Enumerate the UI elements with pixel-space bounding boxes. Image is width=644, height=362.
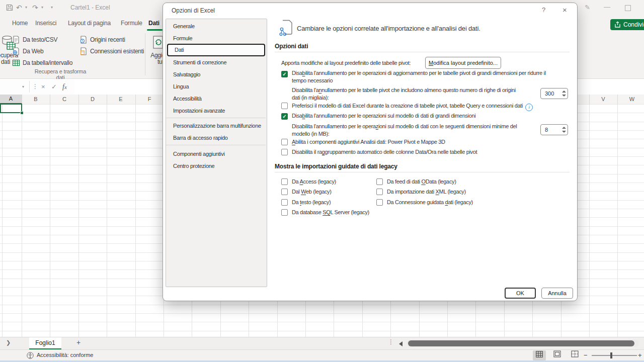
tab-layout-di-pagina[interactable]: Layout di pagina (68, 15, 111, 31)
sheet-tab-foglio1[interactable]: Foglio1 (29, 337, 61, 350)
view-normal-button[interactable] (533, 350, 546, 360)
nav-item-accessibilita[interactable]: Accessibilità (167, 93, 265, 105)
fx-icon[interactable]: fx (62, 79, 67, 95)
tab-inserisci[interactable]: Inserisci (35, 15, 56, 31)
selected-cell-a1[interactable] (0, 104, 22, 113)
dialog-close-icon[interactable]: × (562, 6, 567, 14)
column-header[interactable]: V (589, 95, 617, 104)
pivot-rows-spinner[interactable]: 300 (540, 88, 568, 99)
nav-item-impostazioni-avanzate[interactable]: Impostazioni avanzate (167, 105, 265, 117)
tab-home[interactable]: Home (12, 15, 28, 31)
from-table-range-button[interactable]: Da tabella/intervallo (12, 59, 20, 69)
name-box-dropdown-icon[interactable]: ▾ (22, 79, 24, 95)
spinner-up-icon[interactable] (562, 90, 566, 93)
nav-item-componenti-aggiuntivi[interactable]: Componenti aggiuntivi (167, 148, 265, 160)
cancel-entry-icon[interactable]: × (41, 79, 45, 95)
checkbox-da-feed-odata-label[interactable]: Da feed di dati OData (legacy) (387, 178, 456, 186)
checkbox-prefer-data-model[interactable] (281, 103, 288, 109)
zoom-in-button[interactable]: + (638, 351, 642, 359)
column-header[interactable]: D (78, 95, 107, 104)
checkbox-da-testo[interactable] (281, 199, 288, 206)
zoom-slider-thumb[interactable] (610, 352, 612, 358)
name-box[interactable]: ▾ (0, 79, 29, 95)
checkbox-disable-undo-refresh[interactable]: ✓ (281, 71, 288, 77)
checkbox-da-sql-server-label[interactable]: Da database SQL Server (legacy) (292, 209, 369, 216)
checkbox-da-access-label[interactable]: Da Access (legacy) (292, 178, 336, 186)
tab-scroll-splitter-icon[interactable]: ⋮ (388, 338, 394, 345)
nav-item-centro-protezione[interactable]: Centro protezione (167, 160, 265, 172)
nav-item-strumenti-di-correzione[interactable]: Strumenti di correzione (167, 56, 265, 68)
spinner-down-icon[interactable] (562, 131, 566, 133)
formula-bar-handle-icon[interactable]: ⋮ (32, 79, 38, 95)
nav-item-barra-accesso-rapido[interactable]: Barra di accesso rapido (167, 132, 265, 144)
checkbox-enable-addins[interactable] (281, 139, 288, 145)
nav-item-formule[interactable]: Formule (167, 32, 265, 44)
cancel-button[interactable]: Annulla (541, 288, 573, 299)
checkbox-da-importazione-xml-label[interactable]: Da importazione dati XML (legacy) (387, 188, 466, 196)
zoom-out-button[interactable]: − (584, 351, 588, 359)
restore-icon[interactable] (625, 5, 631, 11)
checkbox-dal-web[interactable] (281, 189, 288, 195)
redo-icon[interactable]: ↷ (32, 0, 38, 15)
modify-default-layout-button[interactable]: Modifica layout predefinito... (425, 57, 501, 69)
existing-connections-button[interactable]: Connessioni esistenti (79, 47, 88, 57)
save-icon[interactable] (6, 4, 13, 13)
checkbox-disable-undo-model[interactable]: ✓ (281, 113, 288, 120)
scroll-left-arrow-icon[interactable] (399, 341, 403, 346)
model-size-value[interactable]: 8 (541, 125, 568, 135)
model-size-spinner[interactable]: 8 (540, 124, 568, 135)
undo-icon[interactable]: ↶ (16, 0, 22, 15)
accessibility-status[interactable]: Accessibilità: conforme (37, 352, 94, 358)
column-header[interactable]: B (22, 95, 50, 104)
checkbox-enable-addins-label[interactable]: Abilita i componenti aggiuntivi Analisi … (292, 138, 445, 146)
checkbox-disable-undo-model-label[interactable]: Disabilita l'annullamento per le operazi… (292, 112, 576, 120)
checkbox-da-feed-odata[interactable] (376, 178, 383, 185)
checkbox-connessione-guidata[interactable] (376, 199, 383, 206)
checkbox-disable-grouping[interactable] (281, 149, 288, 155)
nav-item-personalizzazione-barra[interactable]: Personalizzazione barra multifunzione (167, 120, 265, 132)
column-header[interactable]: F (135, 95, 164, 104)
spinner-down-icon[interactable] (562, 95, 566, 97)
nav-item-dati-selected[interactable]: Dati (167, 44, 265, 56)
checkbox-da-testo-label[interactable]: Da testo (legacy) (292, 199, 331, 206)
from-web-button[interactable]: Da Web (12, 47, 20, 57)
column-header[interactable]: C (50, 95, 78, 104)
nav-item-salvataggio[interactable]: Salvataggio (167, 68, 265, 80)
horizontal-scrollbar-track[interactable] (407, 340, 639, 347)
share-button[interactable]: Condividi (610, 19, 644, 30)
checkbox-disable-grouping-label[interactable]: Disabilita il raggruppamento automatico … (292, 148, 477, 156)
column-header-a-selected[interactable]: A (0, 95, 22, 104)
checkbox-da-sql-server[interactable] (281, 209, 288, 216)
checkbox-disable-undo-refresh-label[interactable]: Disabilita l'annullamento per le operazi… (292, 69, 576, 84)
view-page-break-button[interactable] (568, 350, 581, 360)
dialog-help-button[interactable]: ? (542, 6, 545, 14)
checkbox-da-importazione-xml[interactable] (376, 189, 383, 195)
from-text-csv-button[interactable]: Da testo/CSV (12, 36, 20, 46)
column-header[interactable]: E (107, 95, 135, 104)
recent-sources-button[interactable]: Origini recenti (79, 36, 88, 46)
redo-dropdown-icon[interactable]: ▾ (41, 0, 43, 15)
checkbox-prefer-data-model-label[interactable]: Preferisci il modello di dati Excel dura… (292, 102, 533, 111)
confirm-entry-icon[interactable]: ✓ (51, 79, 57, 95)
pivot-rows-value[interactable]: 300 (541, 88, 568, 99)
sheet-nav-chevron-icon[interactable]: ❯ (6, 339, 11, 346)
fill-handle[interactable] (20, 111, 24, 115)
qat-overflow-icon[interactable]: ▾ (51, 0, 53, 15)
checkbox-da-access[interactable] (281, 178, 288, 185)
horizontal-scrollbar-thumb[interactable] (408, 340, 634, 346)
undo-dropdown-icon[interactable]: ▾ (25, 0, 27, 15)
ok-button[interactable]: OK (505, 288, 536, 299)
nav-item-lingua[interactable]: Lingua (167, 80, 265, 93)
add-sheet-button[interactable]: + (76, 338, 80, 346)
info-icon[interactable]: i (525, 104, 533, 111)
spinner-up-icon[interactable] (562, 127, 566, 129)
nav-item-generale[interactable]: Generale (167, 20, 265, 32)
minimize-icon[interactable]: — (604, 0, 610, 15)
pen-icon[interactable]: ✎ (585, 0, 590, 15)
column-header[interactable]: W (618, 95, 644, 104)
checkbox-connessione-guidata-label[interactable]: Da Connessione guidata dati (legacy) (387, 199, 473, 206)
view-page-layout-button[interactable] (550, 350, 564, 360)
zoom-slider-track[interactable] (592, 355, 637, 356)
tab-formule[interactable]: Formule (121, 15, 142, 31)
checkbox-dal-web-label[interactable]: Dal Web (legacy) (292, 188, 332, 196)
